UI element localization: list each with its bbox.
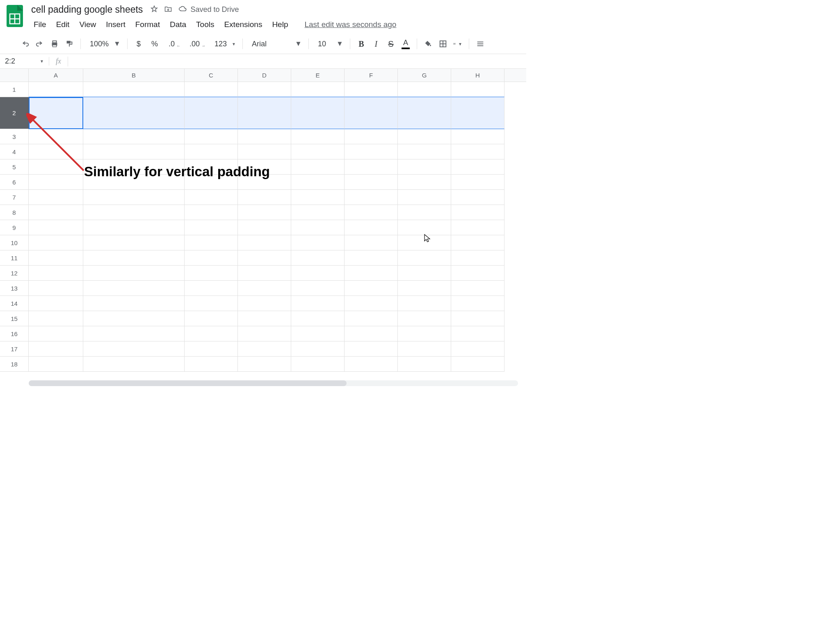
cell-G3[interactable] [398,129,451,144]
column-header-e[interactable]: E [291,69,345,82]
cell-F15[interactable] [345,311,398,326]
formula-input[interactable] [68,54,526,68]
cell-A2[interactable] [29,97,83,129]
cell-F12[interactable] [345,266,398,281]
row-header-14[interactable]: 14 [0,296,29,311]
cell-F4[interactable] [345,144,398,159]
cell-F2[interactable] [345,97,398,129]
cell-D12[interactable] [238,266,291,281]
select-all-corner[interactable] [0,69,29,82]
row-header-15[interactable]: 15 [0,311,29,326]
cell-C3[interactable] [185,129,238,144]
menu-help[interactable]: Help [268,18,292,32]
horizontal-scrollbar[interactable] [29,380,518,386]
cell-B17[interactable] [83,341,185,357]
redo-button[interactable] [33,36,47,51]
decrease-decimal-button[interactable]: .0← [164,36,184,51]
cell-F14[interactable] [345,296,398,311]
cell-C1[interactable] [185,82,238,97]
cell-C15[interactable] [185,311,238,326]
cell-G6[interactable] [398,175,451,190]
cell-G1[interactable] [398,82,451,97]
row-header-5[interactable]: 5 [0,159,29,175]
cell-H2[interactable] [451,97,504,129]
cell-B16[interactable] [83,326,185,341]
cell-G4[interactable] [398,144,451,159]
cell-B14[interactable] [83,296,185,311]
increase-decimal-button[interactable]: .00→ [185,36,209,51]
cell-H9[interactable] [451,220,504,235]
italic-button[interactable]: I [369,36,383,51]
cell-A3[interactable] [29,129,83,144]
cell-C2[interactable] [185,97,238,129]
cell-C4[interactable] [185,144,238,159]
document-title[interactable]: cell padding google sheets [30,3,144,16]
cell-F1[interactable] [345,82,398,97]
row-header-6[interactable]: 6 [0,175,29,190]
save-status[interactable]: Saved to Drive [178,4,239,15]
cell-B10[interactable] [83,235,185,250]
cell-D1[interactable] [238,82,291,97]
row-header-16[interactable]: 16 [0,326,29,341]
format-currency-button[interactable]: $ [132,36,146,51]
cell-A5[interactable] [29,159,83,175]
cell-H3[interactable] [451,129,504,144]
menu-format[interactable]: Format [131,18,164,32]
cell-D11[interactable] [238,250,291,266]
column-header-g[interactable]: G [398,69,451,82]
cell-A18[interactable] [29,357,83,372]
cell-F3[interactable] [345,129,398,144]
borders-button[interactable] [436,36,450,51]
cell-A4[interactable] [29,144,83,159]
cell-A17[interactable] [29,341,83,357]
cell-G2[interactable] [398,97,451,129]
cell-F6[interactable] [345,175,398,190]
cell-G12[interactable] [398,266,451,281]
cell-B12[interactable] [83,266,185,281]
cell-F7[interactable] [345,190,398,205]
horizontal-align-button[interactable] [473,36,487,51]
more-formats-dropdown[interactable]: 123▼ [210,36,238,51]
print-button[interactable] [48,36,62,51]
cell-D17[interactable] [238,341,291,357]
cell-H7[interactable] [451,190,504,205]
text-color-button[interactable]: A [399,36,413,51]
font-size-dropdown[interactable]: 10▼ [313,36,346,51]
cell-D16[interactable] [238,326,291,341]
row-header-12[interactable]: 12 [0,266,29,281]
menu-edit[interactable]: Edit [52,18,74,32]
cell-D2[interactable] [238,97,291,129]
cell-G5[interactable] [398,159,451,175]
cell-B7[interactable] [83,190,185,205]
name-box[interactable]: 2:2▼ [0,57,49,66]
column-header-c[interactable]: C [185,69,238,82]
cell-B3[interactable] [83,129,185,144]
cell-G7[interactable] [398,190,451,205]
row-header-9[interactable]: 9 [0,220,29,235]
cell-F9[interactable] [345,220,398,235]
cell-A13[interactable] [29,281,83,296]
cell-E7[interactable] [291,190,345,205]
row-header-2[interactable]: 2 [0,97,29,129]
cell-F13[interactable] [345,281,398,296]
cell-D7[interactable] [238,190,291,205]
cell-G18[interactable] [398,357,451,372]
cell-H12[interactable] [451,266,504,281]
column-header-a[interactable]: A [29,69,83,82]
menu-insert[interactable]: Insert [102,18,130,32]
row-header-3[interactable]: 3 [0,129,29,144]
cell-F17[interactable] [345,341,398,357]
cell-E3[interactable] [291,129,345,144]
cell-E4[interactable] [291,144,345,159]
undo-button[interactable] [18,36,32,51]
cell-D13[interactable] [238,281,291,296]
cell-B9[interactable] [83,220,185,235]
cell-C18[interactable] [185,357,238,372]
cell-E17[interactable] [291,341,345,357]
cell-F5[interactable] [345,159,398,175]
menu-data[interactable]: Data [166,18,190,32]
cell-E8[interactable] [291,205,345,220]
row-header-13[interactable]: 13 [0,281,29,296]
star-icon[interactable] [150,5,158,15]
cell-A10[interactable] [29,235,83,250]
